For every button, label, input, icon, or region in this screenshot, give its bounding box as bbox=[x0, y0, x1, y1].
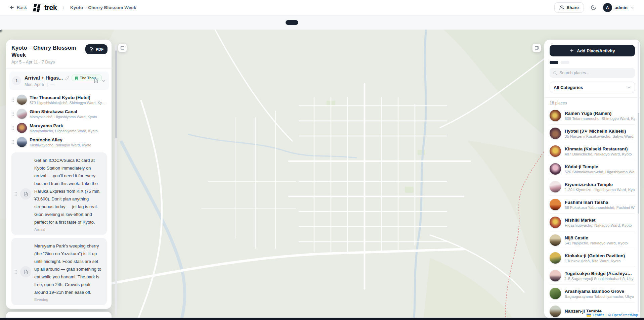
place-list-item[interactable]: Kiyomizu-dera Temple 1-294 Kiyomizu, Hig… bbox=[550, 178, 635, 196]
place-list-item[interactable]: Kinmata (Kaiseki Restaurant) 407 Dainich… bbox=[550, 142, 635, 160]
place-address: Higashiuoyacho, Nakagyo Ward, Kyoto bbox=[565, 223, 632, 227]
drag-handle-icon[interactable] bbox=[11, 97, 14, 102]
place-photo bbox=[550, 270, 561, 281]
place-name: Hyotei (3★ Michelin Kaiseki) bbox=[565, 128, 635, 134]
tab[interactable] bbox=[301, 20, 310, 25]
day-notes-icon[interactable] bbox=[94, 79, 98, 83]
place-name: Gion Shirakawa Canal bbox=[30, 109, 97, 114]
day-title: Arrival + Higas... bbox=[25, 75, 63, 81]
top-bar: Back trek / Kyoto – Cherry Blossom Week … bbox=[0, 0, 644, 15]
filter-pill[interactable] bbox=[561, 61, 569, 64]
place-photo bbox=[550, 252, 561, 264]
plus-icon bbox=[569, 48, 574, 53]
place-list-item[interactable]: Rāmen Yūga (Ramen) 609 Teianmaenocho, Sh… bbox=[550, 107, 635, 125]
drag-handle-icon[interactable] bbox=[14, 270, 17, 274]
places-library-panel: Add Place/Activity All Categories 18 pla… bbox=[544, 40, 640, 318]
place-photo bbox=[550, 163, 561, 175]
place-list-item[interactable]: Fushimi Inari Taisha 68 Fukakusa Yabunou… bbox=[550, 196, 635, 214]
user-menu[interactable]: A admin bbox=[603, 3, 635, 12]
dark-mode-toggle[interactable] bbox=[591, 5, 596, 10]
place-list-item[interactable]: Togetsukyo Bridge (Arashiyama) 1-5 Sagat… bbox=[550, 267, 635, 285]
export-pdf-button[interactable]: PDF bbox=[85, 44, 108, 54]
brand-logo[interactable]: trek bbox=[33, 3, 57, 12]
ukraine-flag-icon bbox=[587, 314, 591, 317]
left-panel-scrollbar[interactable] bbox=[115, 44, 117, 316]
right-panel-scrollbar[interactable] bbox=[638, 42, 639, 316]
day-header[interactable]: 1 Arrival + Higas... The Thou... Mon, Ap… bbox=[9, 72, 109, 90]
filter-pill[interactable] bbox=[550, 61, 558, 64]
scrollbar-thumb[interactable] bbox=[115, 50, 117, 138]
places-count: 18 places bbox=[550, 101, 635, 105]
place-name: The Thousand Kyoto (Hotel) bbox=[30, 95, 107, 100]
openstreetmap-link[interactable]: © OpenStreetMap bbox=[608, 313, 638, 317]
share-label: Share bbox=[567, 5, 579, 10]
itinerary-place-row[interactable]: Maruyama Park Maruyamacho, Higashiyama W… bbox=[11, 121, 108, 135]
place-photo bbox=[550, 128, 561, 139]
brand-wordmark: trek bbox=[44, 3, 57, 12]
tab[interactable] bbox=[313, 20, 323, 25]
day-places-list: The Thousand Kyoto (Hotel) 570 Higashish… bbox=[11, 93, 108, 149]
note-text: Maruyama Park's weeping cherry (the "Gio… bbox=[34, 242, 101, 296]
collapse-right-panel-button[interactable] bbox=[532, 44, 541, 52]
note-card[interactable]: Get an ICOCA/Suica IC card at Kyoto Stat… bbox=[11, 152, 107, 235]
search-places-input[interactable] bbox=[559, 71, 632, 75]
note-card[interactable]: Maruyama Park's weeping cherry (the "Gio… bbox=[11, 238, 107, 305]
drag-handle-icon[interactable] bbox=[11, 140, 14, 144]
place-list-item[interactable]: Kinkaku-ji (Golden Pavilion) 1 Kinkakuji… bbox=[550, 249, 635, 267]
edit-day-title-icon[interactable] bbox=[65, 76, 69, 80]
users-icon bbox=[559, 5, 564, 10]
note-icon bbox=[20, 266, 31, 277]
place-photo bbox=[550, 110, 561, 121]
day-number-badge: 1 bbox=[12, 76, 21, 85]
place-address: 609 Teianmaenocho, Shimogyo Ward, Ky... bbox=[565, 117, 635, 121]
itinerary-place-row[interactable]: Gion Shirakawa Canal Motoyoshichō, Higas… bbox=[11, 107, 108, 121]
back-label: Back bbox=[17, 5, 27, 10]
tab[interactable] bbox=[286, 20, 298, 25]
drag-handle-icon[interactable] bbox=[11, 126, 14, 130]
place-address: 1 Kinkakujichō, Kita Ward, Kyoto bbox=[565, 259, 625, 263]
collapse-day-chevron-icon[interactable] bbox=[101, 79, 106, 83]
itinerary-place-row[interactable]: Pontocho Alley Kashiwayacho, Nakagyo War… bbox=[11, 135, 108, 149]
leaflet-link[interactable]: Leaflet bbox=[593, 313, 604, 317]
tab[interactable] bbox=[337, 20, 347, 25]
place-name: Nijō Castle bbox=[565, 235, 628, 240]
place-name: Pontocho Alley bbox=[30, 137, 91, 142]
place-list-item[interactable]: Hyotei (3★ Michelin Kaiseki) 35 Nanzenji… bbox=[550, 125, 635, 142]
place-list-item[interactable]: Kōdai-ji Temple 526 Shimokawara-chō, Hig… bbox=[550, 160, 635, 178]
arrow-left-icon bbox=[9, 5, 14, 10]
place-name: Maruyama Park bbox=[30, 123, 98, 128]
place-photo bbox=[17, 123, 27, 133]
place-name: Nishiki Market bbox=[565, 218, 632, 223]
note-text: Get an ICOCA/Suica IC card at Kyoto Stat… bbox=[34, 156, 101, 226]
back-button[interactable]: Back bbox=[9, 5, 27, 10]
place-photo bbox=[17, 109, 27, 119]
category-select[interactable]: All Categories bbox=[550, 82, 635, 93]
tab[interactable] bbox=[325, 20, 335, 25]
place-list-item[interactable]: Nijō Castle 541 Nijōjōchō, Nakagyo Ward,… bbox=[550, 231, 635, 249]
drag-handle-icon[interactable] bbox=[14, 192, 17, 196]
place-photo bbox=[550, 145, 561, 157]
place-address: 407 Dainichichō, Nakagyo Ward, Kyoto bbox=[565, 152, 632, 156]
map-attribution: Leaflet | © OpenStreetMap bbox=[585, 312, 640, 318]
place-list-item[interactable]: Nishiki Market Higashiuoyacho, Nakagyo W… bbox=[550, 214, 635, 231]
itinerary-place-row[interactable]: The Thousand Kyoto (Hotel) 570 Higashish… bbox=[11, 93, 108, 107]
trek-logo-icon bbox=[33, 3, 42, 12]
trip-title: Kyoto – Cherry Blossom Week bbox=[11, 44, 85, 58]
place-photo bbox=[550, 306, 561, 317]
scrollbar-thumb[interactable] bbox=[638, 113, 639, 214]
place-list-item[interactable]: Arashiyama Bamboo Grove Sagaogurayama Ta… bbox=[550, 285, 635, 303]
note-icon bbox=[20, 188, 31, 199]
search-box bbox=[550, 68, 635, 78]
place-name: Kiyomizu-dera Temple bbox=[565, 182, 635, 187]
moon-icon bbox=[591, 5, 596, 10]
place-name: Togetsukyo Bridge (Arashiyama) bbox=[565, 271, 635, 276]
trip-dates: Apr 5 – Apr 11 · 7 Days bbox=[11, 60, 85, 64]
attribution-separator: | bbox=[605, 313, 606, 317]
tab[interactable] bbox=[349, 20, 359, 25]
place-address: 541 Nijōjōchō, Nakagyo Ward, Kyoto bbox=[565, 241, 628, 245]
share-button[interactable]: Share bbox=[554, 2, 584, 13]
place-address: 1-5 Sagatenryuji Susukinobabachō, Uky... bbox=[565, 277, 635, 281]
drag-handle-icon[interactable] bbox=[11, 111, 14, 116]
collapse-left-panel-button[interactable] bbox=[118, 44, 127, 52]
add-place-button[interactable]: Add Place/Activity bbox=[550, 45, 635, 56]
